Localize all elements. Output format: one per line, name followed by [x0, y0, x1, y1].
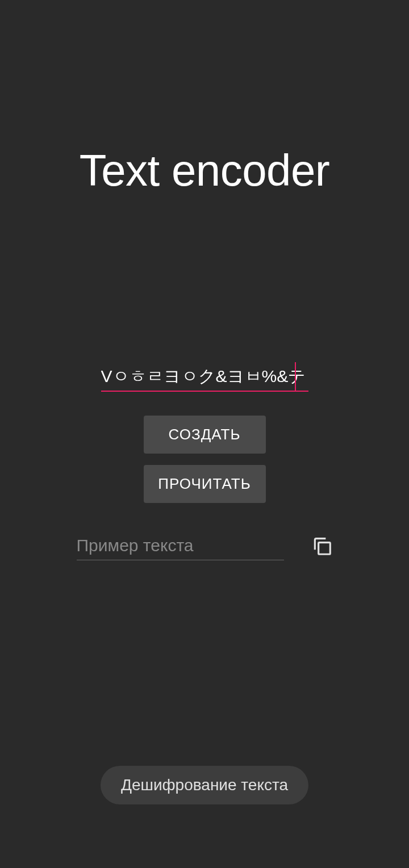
encoded-input-wrapper	[101, 362, 308, 392]
text-cursor	[295, 362, 296, 391]
main-content: СОЗДАТЬ ПРОЧИТАТЬ	[0, 362, 409, 560]
app-title: Text encoder	[0, 145, 409, 196]
output-row	[77, 531, 333, 560]
encoded-text-input[interactable]	[101, 362, 308, 392]
toast-message: Дешифрование текста	[101, 766, 308, 804]
example-text-input[interactable]	[77, 531, 284, 560]
button-group: СОЗДАТЬ ПРОЧИТАТЬ	[144, 416, 266, 503]
read-button[interactable]: ПРОЧИТАТЬ	[144, 465, 266, 503]
create-button[interactable]: СОЗДАТЬ	[144, 416, 266, 454]
copy-icon[interactable]	[311, 534, 333, 558]
svg-rect-0	[318, 542, 330, 554]
